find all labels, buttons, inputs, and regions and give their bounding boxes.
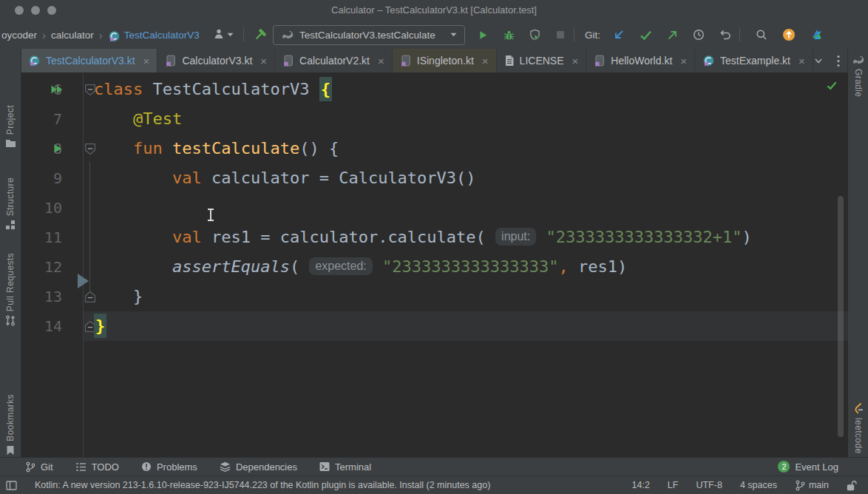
git-label: Git:	[585, 30, 600, 41]
left-tool-stripe: ProjectStructurePull RequestsBookmarks	[0, 49, 21, 457]
tab-label: TestExample.kt	[720, 55, 790, 67]
breadcrumb-item[interactable]: TestCalculatorV3	[124, 30, 200, 41]
history-button[interactable]	[691, 27, 707, 43]
code-line-11[interactable]: 11 val res1 = calculator.calculate( inpu…	[21, 223, 848, 252]
tab-testcalculatorv3-kt[interactable]: TestCalculatorV3.kt×	[21, 49, 157, 72]
toolwindow-button-problems[interactable]: Problems	[141, 461, 197, 473]
stripe-item-pull-requests[interactable]: Pull Requests	[0, 253, 21, 326]
git-commit-button[interactable]	[637, 27, 654, 43]
toolwindow-button-dependencies[interactable]: Dependencies	[220, 461, 297, 473]
code-line-9[interactable]: 9 val calculator = CalculatorV3()	[21, 163, 848, 193]
toolwindow-button-terminal[interactable]: Terminal	[319, 461, 371, 473]
problems-icon	[141, 461, 152, 472]
code-line-13[interactable]: 13 }	[21, 282, 848, 311]
tab-overflow-chevron-icon[interactable]	[813, 55, 824, 66]
toolwindow-toggle-icon[interactable]	[6, 481, 17, 490]
run-gutter-icon[interactable]	[53, 143, 63, 154]
tab-label: TestCalculatorV3.kt	[46, 55, 135, 67]
code-text: assertEquals( expected: "233333333333333…	[94, 252, 627, 282]
code-text: fun testCalculate() {	[94, 134, 339, 163]
rollback-button[interactable]	[717, 27, 733, 43]
tab-calculatorv2-kt[interactable]: CalculatorV2.kt×	[275, 49, 393, 72]
code-with-me-button[interactable]	[808, 26, 826, 44]
stop-button[interactable]	[553, 27, 568, 42]
code-text: val calculator = CalculatorV3()	[94, 163, 476, 193]
build-hammer-button[interactable]	[251, 27, 268, 44]
line-number[interactable]: 10	[21, 193, 62, 223]
stripe-item-label: Structure	[5, 177, 16, 216]
stripe-item-project[interactable]: Project	[0, 105, 21, 148]
code-line-8[interactable]: 8 fun testCalculate() {	[21, 134, 848, 163]
breadcrumb-item[interactable]: calculator	[51, 30, 94, 41]
line-number[interactable]: 11	[21, 223, 62, 252]
user-account-button[interactable]	[211, 26, 236, 44]
code-text: }	[94, 311, 106, 341]
run-configuration-select[interactable]: TestCalculatorV3.testCalculate	[273, 25, 465, 45]
run-with-coverage-button[interactable]	[527, 27, 543, 43]
git-branch-widget[interactable]: main	[795, 480, 829, 491]
navigation-bar: oycoder›calculator›TestCalculatorV3 Test…	[0, 21, 868, 49]
tab-isingleton-kt[interactable]: ISingleton.kt×	[393, 49, 497, 72]
event-log-button[interactable]: 2 Event Log	[778, 461, 868, 473]
toolwindow-button-todo[interactable]: TODO	[75, 461, 119, 473]
tab-options-kebab-icon[interactable]	[837, 55, 840, 67]
close-icon[interactable]: ×	[799, 55, 805, 67]
toolwindow-button-label: Git	[41, 461, 53, 473]
toolwindow-button-label: Dependencies	[236, 461, 297, 473]
status-message[interactable]: Kotlin: A new version 213-1.6.10-release…	[35, 480, 490, 490]
debug-button[interactable]	[501, 27, 517, 43]
line-separator-widget[interactable]: LF	[668, 480, 679, 490]
tab-helloworld-kt[interactable]: HelloWorld.kt×	[586, 49, 695, 72]
code-line-6[interactable]: 6class TestCalculatorV3 {	[21, 75, 848, 104]
code-line-14[interactable]: 14}	[21, 311, 848, 341]
tab-label: CalculatorV3.kt	[182, 55, 252, 67]
code-line-7[interactable]: 7 @Test	[21, 104, 848, 134]
caret-position-widget[interactable]: 14:2	[632, 480, 650, 490]
run-button[interactable]	[475, 27, 491, 43]
toolwindow-button-label: TODO	[92, 461, 119, 473]
close-icon[interactable]: ×	[143, 55, 150, 67]
tab-label: LICENSE	[520, 55, 564, 67]
toolwindow-button-git[interactable]: Git	[25, 461, 53, 473]
close-icon[interactable]: ×	[378, 55, 384, 67]
close-icon[interactable]: ×	[482, 55, 489, 67]
git-update-button[interactable]	[611, 27, 627, 43]
tab-license[interactable]: LICENSE×	[497, 49, 587, 72]
stripe-item-gradle[interactable]: Gradle	[848, 55, 868, 97]
inspections-ok-icon[interactable]	[826, 80, 838, 93]
editor-scrollbar[interactable]	[838, 196, 844, 437]
code-line-10[interactable]: 10	[21, 193, 848, 223]
git-branch-icon	[25, 461, 35, 473]
line-number[interactable]: 9	[21, 163, 62, 193]
breadcrumb-separator-icon: ›	[99, 29, 103, 41]
dependencies-icon	[220, 461, 231, 472]
breadcrumb: oycoder›calculator›TestCalculatorV3	[0, 29, 200, 41]
breadcrumb-item[interactable]: oycoder	[1, 30, 37, 41]
close-icon[interactable]: ×	[572, 55, 579, 67]
indent-widget[interactable]: 4 spaces	[740, 480, 777, 490]
todo-list-icon	[75, 462, 87, 472]
test-class-icon	[108, 30, 121, 43]
search-everywhere-button[interactable]	[753, 27, 770, 43]
tab-calculatorv3-kt[interactable]: CalculatorV3.kt×	[157, 49, 275, 72]
stripe-item-bookmarks[interactable]: Bookmarks	[0, 394, 21, 456]
tab-testexample-kt[interactable]: TestExample.kt×	[695, 49, 813, 72]
line-number[interactable]: 12	[21, 252, 62, 282]
close-icon[interactable]: ×	[680, 55, 687, 67]
code-line-12[interactable]: 12 assertEquals( expected: "233333333333…	[21, 252, 848, 282]
code-text: val res1 = calculator.calculate( input: …	[94, 223, 752, 252]
ide-update-button[interactable]	[780, 26, 798, 44]
stripe-item-structure[interactable]: Structure	[0, 177, 21, 230]
code-text: class TestCalculatorV3 {	[94, 75, 332, 104]
git-push-button[interactable]	[665, 27, 680, 43]
run-all-gutter-icon[interactable]	[50, 84, 64, 95]
stripe-item-leetcode[interactable]: leetcode	[848, 402, 868, 454]
line-number[interactable]: 7	[21, 104, 62, 134]
toolwindow-button-label: Terminal	[335, 461, 371, 473]
lock-widget[interactable]	[847, 480, 858, 491]
code-editor[interactable]: 6class TestCalculatorV3 {7 @Test8 fun te…	[21, 73, 848, 457]
close-icon[interactable]: ×	[260, 55, 267, 67]
encoding-widget[interactable]: UTF-8	[696, 480, 722, 490]
line-number[interactable]: 13	[21, 282, 62, 311]
line-number[interactable]: 14	[21, 311, 62, 341]
